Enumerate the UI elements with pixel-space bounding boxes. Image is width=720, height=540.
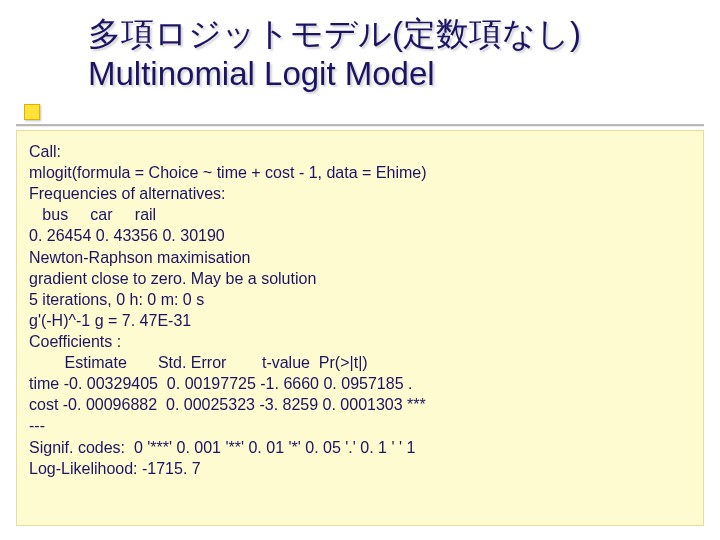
out-iters: 5 iterations, 0 h: 0 m: 0 s xyxy=(29,289,691,310)
slide: 多項ロジットモデル(定数項なし) Multinomial Logit Model… xyxy=(0,0,720,540)
out-loglik: Log-Likelihood: -1715. 7 xyxy=(29,458,691,479)
out-coef-time: time -0. 00329405 0. 00197725 -1. 6660 0… xyxy=(29,373,691,394)
out-coef-label: Coefficients : xyxy=(29,331,691,352)
out-gprime: g'(-H)^-1 g = 7. 47E-31 xyxy=(29,310,691,331)
out-optim: Newton-Raphson maximisation xyxy=(29,247,691,268)
out-grad: gradient close to zero. May be a solutio… xyxy=(29,268,691,289)
out-coef-header: Estimate Std. Error t-value Pr(>|t|) xyxy=(29,352,691,373)
code-output-panel: Call:mlogit(formula = Choice ~ time + co… xyxy=(16,130,704,526)
out-coef-cost: cost -0. 00096882 0. 00025323 -3. 8259 0… xyxy=(29,394,691,415)
title-en: Multinomial Logit Model xyxy=(88,54,704,94)
out-freq-header: bus car rail xyxy=(29,204,691,225)
title-underline xyxy=(16,124,704,126)
out-call: mlogit(formula = Choice ~ time + cost - … xyxy=(29,162,691,183)
out-freq-label: Frequencies of alternatives: xyxy=(29,183,691,204)
slide-title: 多項ロジットモデル(定数項なし) Multinomial Logit Model xyxy=(88,14,704,95)
out-signif: Signif. codes: 0 '***' 0. 001 '**' 0. 01… xyxy=(29,437,691,458)
out-freq-values: 0. 26454 0. 43356 0. 30190 xyxy=(29,225,691,246)
accent-square-icon xyxy=(24,104,40,120)
out-call-label: Call: xyxy=(29,141,691,162)
out-dash: --- xyxy=(29,415,691,436)
title-jp: 多項ロジットモデル(定数項なし) xyxy=(88,15,581,52)
